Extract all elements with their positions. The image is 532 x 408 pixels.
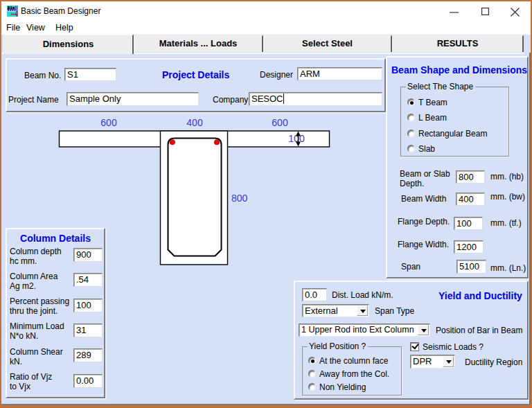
- close-button[interactable]: [510, 1, 520, 21]
- beam-width-input[interactable]: 400: [456, 193, 485, 206]
- minimize-button[interactable]: [449, 1, 459, 21]
- project-details-panel: Beam No. S1 Project Details Designer ARM…: [6, 58, 386, 112]
- window-right-edge: [529, 53, 531, 405]
- seismic-loads-checkbox[interactable]: [410, 342, 419, 351]
- span-label: Span: [401, 263, 443, 272]
- designer-label: Designer: [260, 70, 293, 80]
- beam-depth-input[interactable]: 800: [456, 170, 485, 184]
- span-unit: mm. (Ln.): [490, 263, 526, 273]
- yield-ductility-title: Yield and Ductility: [438, 290, 522, 301]
- minimum-load-label: Minimum Load N*o kN.: [10, 322, 76, 341]
- select-shape-label: Select The Shape: [406, 82, 475, 91]
- column-area-input[interactable]: .54: [73, 273, 103, 287]
- radio-circle[interactable]: [407, 98, 415, 106]
- beam-section-drawing: 600 400 600 100 800: [55, 111, 339, 274]
- flange-depth-unit: mm. (tf.): [490, 218, 522, 228]
- bar-position-select[interactable]: 1 Upper Rod into Ext Column: [299, 323, 430, 337]
- dim-beam-depth: 800: [231, 193, 248, 204]
- beam-no-label: Beam No.: [24, 71, 61, 80]
- radio-circle[interactable]: [407, 145, 415, 152]
- company-input[interactable]: SESOC: [249, 92, 382, 106]
- menu-file[interactable]: File: [6, 23, 20, 33]
- radio-circle[interactable]: [407, 114, 415, 121]
- tab-results[interactable]: RESULTS: [392, 35, 524, 52]
- dist-load-label: Dist. Load kN/m.: [332, 290, 393, 300]
- beam-no-input[interactable]: S1: [64, 68, 116, 81]
- dropdown-arrow-icon[interactable]: [357, 305, 368, 316]
- flange-depth-input[interactable]: 100: [454, 217, 483, 230]
- span-type-label: Span Type: [375, 306, 414, 316]
- title-bar: Basic Beam Designer: [1, 1, 531, 21]
- tab-materials-loads[interactable]: Materials ... Loads: [134, 35, 263, 52]
- window-title: Basic Beam Designer: [21, 6, 100, 16]
- rebar-dot-left: [170, 139, 175, 145]
- app-icon: [7, 6, 18, 17]
- percent-passing-label: Percent passing thru the joint.: [10, 297, 76, 316]
- text-cursor: [283, 94, 284, 104]
- yield-ductility-panel: 0.0 Dist. Load kN/m. Yield and Ductility…: [294, 281, 529, 400]
- company-label: Company: [213, 95, 248, 105]
- span-input[interactable]: 5100: [456, 260, 486, 274]
- menu-bar: File View Help: [1, 21, 531, 35]
- dist-load-input[interactable]: 0.0: [302, 288, 327, 301]
- radio-circle[interactable]: [407, 130, 415, 137]
- dim-web-width: 400: [186, 117, 203, 128]
- beam-shape-title: Beam Shape and Dimensions: [391, 64, 527, 76]
- dim-left-flange: 600: [100, 117, 117, 128]
- column-shear-label: Column Shear kN.: [10, 348, 76, 366]
- app-window: Basic Beam Designer File View Help Dimen…: [0, 0, 532, 408]
- bar-position-label: Position of Bar in Beam: [436, 326, 522, 335]
- beam-width-unit: mm. (bw): [490, 192, 525, 202]
- flange-width-input[interactable]: 1200: [454, 240, 484, 254]
- dropdown-arrow-icon[interactable]: [418, 325, 429, 335]
- flange-depth-label: Flange Depth.: [398, 218, 456, 227]
- tab-dimensions[interactable]: Dimensions: [3, 35, 134, 54]
- window-bottom-border: [0, 405, 532, 408]
- radio-circle[interactable]: [308, 383, 316, 391]
- dim-right-flange: 600: [272, 117, 288, 128]
- radio-circle[interactable]: [308, 370, 316, 378]
- yield-position-label: Yield Position ?: [308, 342, 368, 351]
- seismic-loads-label: Seismic Loads ?: [423, 342, 484, 352]
- percent-passing-input[interactable]: 100: [73, 299, 103, 312]
- project-name-input[interactable]: Sample Only: [66, 92, 199, 106]
- maximize-button[interactable]: [480, 1, 490, 21]
- column-area-label: Column Area Ag m2.: [10, 272, 76, 291]
- select-shape-groupbox: Select The Shape T Beam L Beam Rectangul…: [400, 87, 509, 157]
- designer-input[interactable]: ARM: [297, 67, 382, 80]
- yield-position-groupbox: Yield Position ? At the column face Away…: [302, 346, 402, 396]
- radio-circle[interactable]: [308, 357, 316, 364]
- column-shear-input[interactable]: 289: [73, 348, 103, 362]
- span-type-select[interactable]: External: [302, 304, 369, 317]
- project-name-label: Project Name: [8, 95, 59, 105]
- ratio-vjz-label: Ratio of Vjz to Vjx: [10, 373, 76, 391]
- flange-width-label: Flange Width.: [398, 240, 456, 250]
- menu-help[interactable]: Help: [55, 23, 73, 33]
- web-rect: [161, 131, 228, 265]
- tab-select-steel[interactable]: Select Steel: [263, 35, 392, 52]
- ratio-vjz-input[interactable]: 0.00: [73, 374, 103, 388]
- beam-shape-panel: Beam Shape and Dimensions Select The Sha…: [386, 56, 529, 278]
- dropdown-arrow-icon[interactable]: [443, 356, 454, 367]
- ductility-region-label: Ductility Region: [465, 357, 522, 367]
- beam-depth-unit: mm. (hb): [490, 172, 524, 181]
- rebar-dot-right: [214, 140, 220, 145]
- menu-view[interactable]: View: [26, 23, 45, 33]
- ductility-region-select[interactable]: DPR: [410, 355, 455, 369]
- minimum-load-input[interactable]: 31: [73, 323, 103, 337]
- project-details-title: Project Details: [162, 69, 229, 80]
- beam-depth-label: Beam or Slab Depth.: [400, 170, 456, 188]
- beam-width-label: Beam Width: [401, 195, 455, 204]
